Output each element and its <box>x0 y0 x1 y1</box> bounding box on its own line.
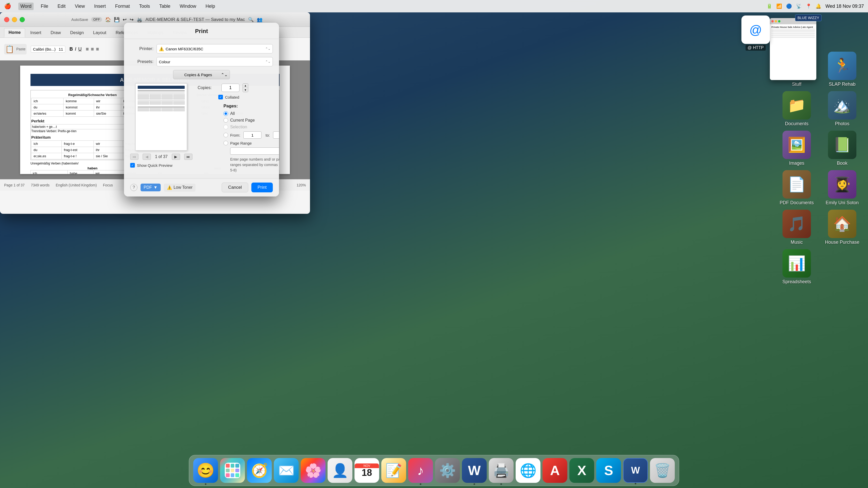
dock-notes[interactable]: 📝 <box>381 458 406 483</box>
italic-button[interactable]: I <box>75 46 76 52</box>
tab-layout[interactable]: Layout <box>89 29 110 37</box>
dock-finder[interactable]: 😊 <box>193 458 218 483</box>
tab-design[interactable]: Design <box>66 29 88 37</box>
low-toner-button[interactable]: ⚠️ Low Toner <box>164 184 196 192</box>
minimize-button[interactable] <box>12 17 17 22</box>
window-title: AIDE-MEMOIR & SELF-TEST — Saved to my Ma… <box>146 17 245 22</box>
pdf-button[interactable]: PDF ▼ <box>141 184 161 191</box>
from-radio[interactable] <box>223 133 228 137</box>
next-page-button[interactable]: ▶ <box>172 154 180 160</box>
desktop-item-photos[interactable]: 🏔️ Photos <box>822 91 863 127</box>
menu-format[interactable]: Format <box>113 3 132 10</box>
share-icon[interactable]: 👥 <box>257 17 262 23</box>
dock-trash[interactable]: 🗑️ <box>650 458 675 483</box>
align-left-button[interactable]: ≡ <box>86 46 89 52</box>
desktop-item-documents[interactable]: 📁 Documents <box>776 91 817 127</box>
page-range-radio[interactable] <box>223 141 228 145</box>
desktop-item-house-purchase[interactable]: 🏠 House Purchase <box>822 210 863 245</box>
dock-excel[interactable]: X <box>569 458 594 483</box>
copies-pages-selector[interactable]: Copies & Pages ⌃⌄ <box>173 70 230 79</box>
align-right-button[interactable]: ≡ <box>96 46 99 52</box>
last-page-button[interactable]: ⏭ <box>184 154 192 160</box>
collated-label: Collated <box>225 95 239 99</box>
dock-word[interactable]: W <box>462 458 487 483</box>
menu-window[interactable]: Window <box>178 3 198 10</box>
dock-safari[interactable]: 🧭 <box>247 458 272 483</box>
font-selector[interactable]: Calibri (Bo...) <box>33 47 56 52</box>
copies-input[interactable]: 1 <box>221 84 240 92</box>
undo-icon[interactable]: ↩ <box>123 17 127 23</box>
menu-edit[interactable]: Edit <box>56 3 68 10</box>
at-icon[interactable]: @ <box>741 15 770 44</box>
notification-icon: 🔔 <box>815 3 821 9</box>
dock-contacts[interactable]: 👤 <box>328 458 352 483</box>
first-page-button[interactable]: ⏮ <box>130 154 138 160</box>
dock-printer[interactable]: 🖨️ <box>489 458 514 483</box>
desktop-item-emily[interactable]: 👩‍🎓 Emily Uni Soton <box>822 170 863 205</box>
collated-checkbox[interactable] <box>218 95 223 99</box>
from-input[interactable]: 1 <box>243 131 261 139</box>
desktop-item-slap-rehab[interactable]: 🏃 SLAP Rehab <box>822 52 863 87</box>
underline-button[interactable]: U <box>78 46 82 52</box>
autosave-toggle[interactable]: OFF <box>91 17 102 22</box>
dock-launchpad[interactable] <box>220 458 245 483</box>
copies-increment-button[interactable]: ▲ <box>243 84 248 88</box>
to-input[interactable]: 1 <box>273 131 279 139</box>
all-pages-label: All <box>230 111 235 116</box>
search-icon[interactable]: 🔍 <box>248 17 254 23</box>
apple-menu-icon[interactable]: 🍎 <box>4 3 11 9</box>
redo-icon[interactable]: ↪ <box>130 17 133 23</box>
tab-insert[interactable]: Insert <box>26 29 45 37</box>
tab-home[interactable]: Home <box>4 28 25 37</box>
dock-skype[interactable]: S <box>596 458 621 483</box>
desktop-item-images[interactable]: 🖼️ Images <box>776 131 817 166</box>
align-center-button[interactable]: ≡ <box>91 46 94 52</box>
all-pages-radio[interactable] <box>223 111 228 116</box>
menu-insert[interactable]: Insert <box>92 3 108 10</box>
private-house-window-thumb[interactable]: Private House Sale Advice | ate Agent <box>770 18 816 80</box>
dock-settings[interactable]: ⚙️ <box>435 458 460 483</box>
dock-acrobat[interactable]: A <box>542 458 567 483</box>
bold-button[interactable]: B <box>69 46 73 52</box>
close-button[interactable] <box>4 17 9 22</box>
dock-music[interactable]: ♪ <box>408 458 433 483</box>
page-range-input[interactable] <box>230 148 279 155</box>
maximize-button[interactable] <box>20 17 25 22</box>
print-icon[interactable]: 🖨️ <box>137 17 142 23</box>
dock-mail[interactable]: ✉️ <box>274 458 299 483</box>
dock-photos[interactable]: 🌸 <box>301 458 326 483</box>
print-button[interactable]: Print <box>251 183 273 192</box>
desktop-item-book[interactable]: 📗 Book <box>822 131 863 166</box>
desktop-item-spreadsheets[interactable]: 📊 Spreadsheets <box>776 249 817 285</box>
dock-chrome[interactable]: 🌐 <box>516 458 540 483</box>
paste-button[interactable]: 📋 <box>5 45 14 54</box>
location-icon: 📍 <box>806 3 811 9</box>
dock-calendar[interactable]: NOV 18 <box>354 458 379 483</box>
current-page-radio[interactable] <box>223 118 228 123</box>
dock-word2[interactable]: W <box>623 458 648 483</box>
font-size-selector[interactable]: 11 <box>59 47 63 52</box>
cancel-button[interactable]: Cancel <box>222 183 248 192</box>
show-quick-preview-checkbox[interactable] <box>130 163 135 168</box>
menu-help[interactable]: Help <box>204 3 217 10</box>
selection-radio[interactable] <box>223 125 228 129</box>
home-icon[interactable]: 🏠 <box>105 17 111 23</box>
help-button[interactable]: ? <box>130 184 137 191</box>
presets-select[interactable]: Colour ⌃⌄ <box>157 57 273 66</box>
save-icon[interactable]: 💾 <box>114 17 120 23</box>
menu-view[interactable]: View <box>73 3 87 10</box>
zoom-level[interactable]: 120% <box>297 183 306 187</box>
copies-stepper[interactable]: ▲ ▼ <box>243 84 248 92</box>
printer-select[interactable]: ⚠️ Canon MF633C/635C ⌃⌄ <box>157 44 273 54</box>
prev-page-button[interactable]: ◀ <box>143 154 151 160</box>
menu-word[interactable]: Word <box>18 3 34 10</box>
desktop-item-music[interactable]: 🎵 Music <box>776 210 817 245</box>
tab-draw[interactable]: Draw <box>46 29 65 37</box>
copies-decrement-button[interactable]: ▼ <box>243 88 248 92</box>
focus-status[interactable]: Focus <box>103 183 113 187</box>
menu-file[interactable]: File <box>39 3 51 10</box>
desktop-item-pdf-documents[interactable]: 📄 PDF Documents <box>776 170 817 205</box>
menu-table[interactable]: Table <box>157 3 173 10</box>
menu-tools[interactable]: Tools <box>137 3 152 10</box>
preview-cell <box>173 108 185 109</box>
